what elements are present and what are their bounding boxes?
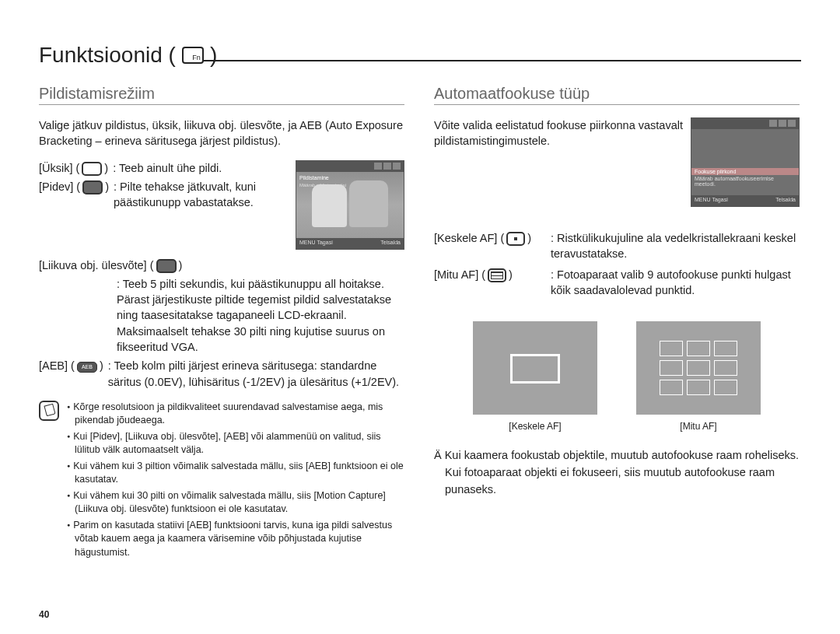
camera-fn-icon xyxy=(182,47,204,64)
page-number: 40 xyxy=(39,609,49,620)
option-center-af: [Keskele AF] () : Ristkülikukujuline ala… xyxy=(434,230,800,262)
note-item: Kui [Pidev], [Liikuva obj. ülesvõte], [A… xyxy=(67,430,404,457)
title-text: Funktsioonid ( xyxy=(39,43,176,68)
option-aeb: [AEB] (AEB) : Teeb kolm pilti järjest er… xyxy=(39,358,404,390)
thumb-sub: Määrab pildistamisviisi xyxy=(299,183,346,187)
note-item: Kui vähem kui 30 pilti on võimalik salve… xyxy=(67,489,404,517)
figure-center-af: [Keskele AF] xyxy=(473,321,597,432)
continuous-icon xyxy=(82,180,103,194)
left-heading: Pildistamisrežiim xyxy=(39,85,404,105)
asterisk-note: Ä Kui kaamera fookustab objektile, muutu… xyxy=(434,447,800,498)
center-af-icon xyxy=(506,232,525,246)
note-item: Kui vähem kui 3 piltion võimalik salvest… xyxy=(67,460,404,487)
note-item: Parim on kasutada statiivi [AEB] funktsi… xyxy=(67,519,404,560)
notes-box: Kõrge resolutsioon ja pildikvaliteet suu… xyxy=(39,401,404,562)
single-shot-icon xyxy=(82,162,102,176)
option-single: [Üksik] () : Teeb ainult ühe pildi. xyxy=(39,160,288,176)
figure-multi-af: [Mitu AF] xyxy=(636,321,761,432)
option-motion-desc: : Teeb 5 pilti sekundis, kui päästikunup… xyxy=(117,276,404,355)
right-heading: Automaatfookuse tüüp xyxy=(434,85,800,105)
notes-list: Kõrge resolutsioon ja pildikvaliteet suu… xyxy=(67,401,404,562)
left-intro: Valige jätkuv pildistus, üksik, liikuva … xyxy=(39,117,404,149)
thumb-label: Pildistamine xyxy=(299,175,329,180)
option-continuous: [Pidev] () : Pilte tehakse jätkuvalt, ku… xyxy=(39,179,288,211)
page-title: Funktsioonid ( ) xyxy=(39,43,801,68)
af-figures: [Keskele AF] [Mitu AF] xyxy=(434,321,800,432)
motion-capture-icon xyxy=(156,259,177,273)
note-icon xyxy=(39,401,59,421)
drive-mode-screenshot: Pildistamine Määrab pildistamisviisi MEN… xyxy=(296,160,404,250)
left-column: Pildistamisrežiim Valige jätkuv pildistu… xyxy=(39,85,404,562)
title-rule xyxy=(202,60,801,61)
title-close: ) xyxy=(210,43,217,68)
note-item: Kõrge resolutsioon ja pildikvaliteet suu… xyxy=(67,401,404,428)
multi-af-icon xyxy=(488,268,506,282)
aeb-icon: AEB xyxy=(77,362,97,373)
af-screenshot: Fookuse piirkond Määrab automaatfookusee… xyxy=(691,117,800,207)
option-multi-af: [Mitu AF] () : Fotoaparaat valib 9 autof… xyxy=(434,267,800,299)
option-motion: [Liikuva obj. ülesvõte] () xyxy=(39,257,404,273)
right-column: Automaatfookuse tüüp Fookuse piirkond Mä… xyxy=(434,85,800,562)
